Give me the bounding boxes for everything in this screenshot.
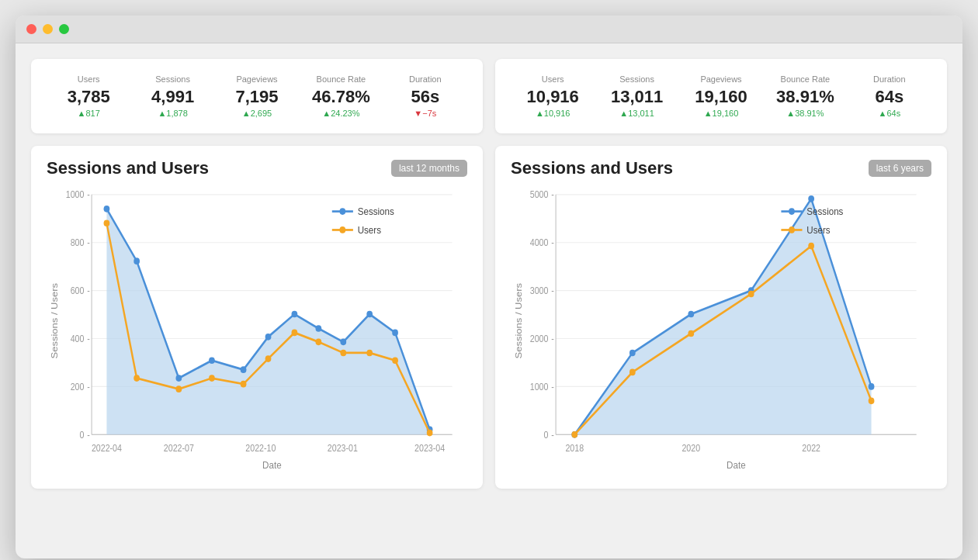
maximize-button[interactable] [59,24,69,34]
chart-svg-left: 1000 800 600 400 200 0 - - - - - - [47,186,467,481]
svg-point-56 [339,226,345,233]
svg-point-86 [688,311,694,318]
stat-bouncerate-right: Bounce Rate 38.91% ▲38.91% [763,71,847,121]
svg-text:Sessions: Sessions [358,206,394,217]
svg-text:800: 800 [71,238,85,248]
svg-text:200: 200 [71,382,85,392]
titlebar [16,16,962,43]
svg-point-90 [571,431,577,438]
svg-point-47 [315,339,321,346]
svg-point-42 [175,385,182,392]
close-button[interactable] [26,24,36,34]
svg-text:Date: Date [262,459,282,471]
svg-text:-: - [87,285,90,296]
svg-text:600: 600 [71,285,85,296]
svg-point-46 [292,330,298,337]
chart-svg-right: 5000 4000 3000 2000 1000 0 - - - - - - [511,186,931,481]
stat-duration-right: Duration 64s ▲64s [848,71,931,121]
svg-text:2000: 2000 [530,334,549,344]
svg-text:400: 400 [71,334,85,344]
svg-point-49 [366,350,373,357]
svg-text:1000: 1000 [66,190,85,200]
svg-text:-: - [87,238,90,248]
svg-text:-: - [551,190,554,200]
svg-text:-: - [87,334,90,344]
svg-point-38 [392,330,398,337]
svg-point-45 [265,355,272,362]
svg-text:2022-07: 2022-07 [164,443,194,453]
stat-duration-left: Duration 56s ▼−7s [383,71,467,121]
svg-text:-: - [551,238,554,248]
svg-point-29 [134,258,140,264]
svg-point-48 [340,350,346,357]
svg-point-28 [104,206,110,213]
svg-text:4000: 4000 [530,238,549,248]
svg-text:2023-01: 2023-01 [328,443,358,453]
svg-text:Sessions / Users: Sessions / Users [513,283,523,359]
svg-point-94 [808,243,814,250]
stat-pageviews-right: Pageviews 19,160 ▲19,160 [679,71,763,121]
svg-text:2023-04: 2023-04 [414,443,445,453]
svg-text:2022-04: 2022-04 [92,443,122,453]
charts-row: Sessions and Users last 12 months 1000 [31,146,947,489]
stat-users-left: Users 3,785 ▲817 [47,71,130,121]
stat-bouncerate-left: Bounce Rate 46.78% ▲24.23% [299,71,383,121]
chart-header-left: Sessions and Users last 12 months [47,158,467,178]
svg-point-50 [392,357,398,364]
chart-wrapper-left: 1000 800 600 400 200 0 - - - - - - [47,186,467,481]
svg-text:Sessions: Sessions [806,206,843,217]
dashboard-content: Users 3,785 ▲817 Sessions 4,991 ▲1,878 P… [16,43,962,504]
svg-point-36 [340,339,346,346]
svg-point-89 [869,383,875,390]
stat-sessions-left: Sessions 4,991 ▲1,878 [130,71,214,121]
svg-point-91 [629,369,636,376]
stat-pageviews-left: Pageviews 7,195 ▲2,695 [215,71,299,121]
svg-point-31 [209,357,215,364]
svg-text:-: - [87,190,90,200]
svg-point-95 [869,398,875,405]
svg-text:Users: Users [358,224,381,236]
svg-text:-: - [551,430,554,440]
svg-text:Users: Users [806,224,830,236]
svg-text:0: 0 [543,430,548,440]
main-window: Users 3,785 ▲817 Sessions 4,991 ▲1,878 P… [16,16,962,558]
svg-text:2020: 2020 [681,443,700,453]
svg-point-51 [427,430,433,437]
svg-text:-: - [551,285,554,296]
svg-text:Sessions / Users: Sessions / Users [49,283,59,359]
stats-row: Users 3,785 ▲817 Sessions 4,991 ▲1,878 P… [31,59,947,133]
svg-text:1000: 1000 [530,382,549,392]
svg-point-53 [339,208,345,215]
svg-text:-: - [551,334,554,344]
svg-point-33 [265,334,272,340]
chart-card-left: Sessions and Users last 12 months 1000 [31,146,483,489]
svg-point-93 [748,291,754,298]
svg-point-30 [175,375,182,382]
svg-point-40 [104,220,110,226]
svg-text:-: - [551,382,554,392]
svg-text:-: - [87,382,90,392]
stats-card-right: Users 10,916 ▲10,916 Sessions 13,011 ▲13… [495,59,947,133]
svg-point-85 [629,350,636,357]
svg-point-41 [134,375,140,382]
svg-text:2022-10: 2022-10 [245,443,276,453]
svg-text:5000: 5000 [530,190,549,200]
chart-card-right: Sessions and Users last 6 years 5000 [495,146,947,489]
svg-point-88 [808,195,814,202]
svg-point-92 [688,330,694,337]
stat-sessions-right: Sessions 13,011 ▲13,011 [595,71,678,121]
svg-text:0: 0 [79,430,84,440]
chart-wrapper-right: 5000 4000 3000 2000 1000 0 - - - - - - [511,186,931,481]
svg-point-37 [366,311,373,318]
minimize-button[interactable] [43,24,53,34]
svg-point-97 [789,208,795,215]
svg-text:Date: Date [727,459,746,471]
chart-header-right: Sessions and Users last 6 years [511,158,931,178]
svg-text:3000: 3000 [530,285,549,296]
svg-point-34 [292,311,298,318]
svg-text:2022: 2022 [802,443,820,453]
svg-point-32 [241,366,247,373]
svg-text:-: - [87,430,90,440]
svg-point-43 [209,375,215,382]
svg-point-44 [241,381,247,388]
